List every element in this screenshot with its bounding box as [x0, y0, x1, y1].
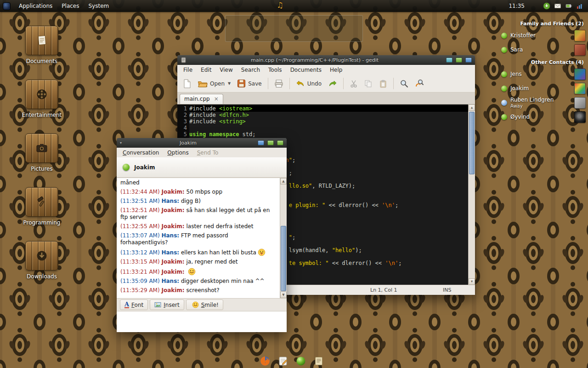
smile-label: Smile!	[201, 302, 219, 308]
desktop-icon-pictures[interactable]: Pictures	[17, 133, 66, 172]
find-button[interactable]	[397, 77, 411, 90]
open-dropdown-arrow-icon[interactable]: ▼	[228, 81, 231, 86]
desktop-icon-documents[interactable]: Documents	[17, 26, 66, 64]
paste-icon	[379, 80, 387, 88]
buddy-kristoffer[interactable]: Kristoffer	[496, 29, 586, 43]
entertainment-folder-icon	[25, 80, 58, 109]
desktop-icon-entertainment[interactable]: Entertainment	[17, 80, 66, 118]
dock	[260, 356, 324, 366]
text-editor-icon[interactable]	[278, 356, 288, 366]
gedit-menu-edit[interactable]: Edit	[197, 66, 215, 74]
chat-titlebar[interactable]: ▾ Joakim	[117, 138, 287, 148]
chat-window-menu-icon[interactable]: ▾	[120, 141, 122, 145]
scroll-down-arrow-icon[interactable]: ▼	[280, 292, 287, 298]
toolbar-separator	[393, 78, 394, 89]
maximize-button[interactable]	[267, 140, 274, 145]
gedit-menu-file[interactable]: File	[179, 66, 197, 74]
gedit-menu-documents[interactable]: Documents	[286, 66, 326, 74]
chat-menu-options[interactable]: Options	[163, 149, 192, 157]
buddy-list: Family and Friends (2)KristofferSaraOthe…	[496, 18, 586, 124]
buddy-joakim[interactable]: Joakim	[496, 81, 586, 96]
insert-button[interactable]: Insert	[150, 299, 184, 310]
buddy-avatar	[574, 30, 586, 41]
music-note-icon[interactable]: ♫	[277, 0, 283, 10]
print-icon	[274, 79, 283, 88]
redo-button[interactable]	[325, 78, 340, 90]
code-line: #include <dlfcn.h>	[189, 112, 468, 118]
buddy-ruben-lindgren[interactable]: Ruben LindgrenAway	[496, 96, 586, 110]
software-update-icon[interactable]	[543, 2, 550, 10]
redo-icon	[328, 80, 337, 88]
buddy-group-header[interactable]: Other Contacts (4)	[496, 57, 586, 67]
file-manager-icon[interactable]	[314, 356, 324, 366]
find-replace-button[interactable]	[412, 77, 426, 90]
panel-clock[interactable]: 11:35	[509, 3, 525, 9]
firefox-icon[interactable]	[260, 356, 270, 366]
gedit-menu-help[interactable]: Help	[326, 66, 346, 74]
undo-label: Undo	[307, 80, 322, 87]
copy-button[interactable]	[362, 78, 375, 90]
chat-input-area[interactable]	[117, 311, 287, 332]
scroll-up-arrow-icon[interactable]: ▲	[469, 104, 475, 111]
gedit-titlebar[interactable]: main.cpp (~/Programming/C++/PluginTest) …	[177, 55, 475, 65]
open-button[interactable]: Open ▼	[195, 78, 233, 90]
minimize-button[interactable]	[258, 140, 264, 145]
paste-button[interactable]	[376, 78, 390, 90]
gedit-scrollbar[interactable]: ▲ ▼	[468, 104, 475, 285]
message-sender: Hans:	[161, 278, 179, 284]
chat-menu-conversation[interactable]: Conversation	[119, 149, 163, 157]
gedit-menu-search[interactable]: Search	[237, 66, 264, 74]
network-icon[interactable]	[576, 2, 583, 10]
chat-scrollbar[interactable]: ▲ ▼	[280, 178, 287, 298]
smile-button[interactable]: Smile!	[186, 299, 223, 310]
gedit-menu-view[interactable]: View	[215, 66, 237, 74]
chat-menu-send-to[interactable]: Send To	[193, 149, 223, 157]
font-button[interactable]: A Font	[120, 299, 148, 310]
buddy-name: Sara	[510, 47, 571, 53]
status-available-icon	[501, 71, 507, 77]
new-document-button[interactable]	[180, 77, 194, 90]
tab-main-cpp[interactable]: main.cpp ×	[180, 94, 223, 104]
save-label: Save	[248, 80, 261, 87]
scrollbar-thumb[interactable]	[469, 112, 475, 174]
buddy-sara[interactable]: Sara	[496, 43, 586, 57]
undo-button[interactable]: Undo	[293, 78, 324, 90]
battery-icon[interactable]	[565, 2, 572, 10]
message-sender: Hans:	[161, 232, 179, 239]
buddy-avatar	[574, 111, 586, 123]
close-button[interactable]	[465, 58, 472, 63]
tab-close-icon[interactable]: ×	[214, 96, 219, 102]
message-sender: Joakim:	[161, 259, 184, 265]
message-sender: Hans:	[161, 249, 179, 256]
insert-mode[interactable]: INS	[443, 287, 451, 293]
fading-popup	[225, 15, 363, 42]
menu-system[interactable]: System	[84, 0, 113, 12]
save-button[interactable]: Save	[234, 77, 264, 90]
desktop-orb-icon[interactable]	[296, 356, 306, 366]
buddy-jens[interactable]: Jens	[496, 67, 586, 81]
scroll-up-arrow-icon[interactable]: ▲	[280, 178, 287, 184]
close-button[interactable]	[277, 140, 283, 145]
message-sender: Hans:	[161, 198, 179, 204]
mail-icon[interactable]	[554, 2, 561, 10]
status-away-icon	[501, 100, 507, 106]
message-sender: Joakim:	[161, 189, 184, 195]
print-button[interactable]	[271, 77, 286, 90]
gedit-tabbar: main.cpp ×	[177, 92, 475, 104]
buddy-group-header[interactable]: Family and Friends (2)	[496, 18, 586, 29]
maximize-button[interactable]	[456, 58, 462, 63]
minimize-button[interactable]	[446, 58, 452, 63]
buddy--yvind[interactable]: Øyvind	[496, 110, 586, 124]
distro-logo-icon[interactable]	[3, 2, 11, 10]
scrollbar-thumb[interactable]	[281, 226, 286, 291]
scroll-down-arrow-icon[interactable]: ▼	[469, 278, 475, 285]
desktop-icon-downloads[interactable]: Downloads	[17, 241, 66, 280]
cut-button[interactable]	[347, 78, 361, 90]
menu-places[interactable]: Places	[57, 0, 84, 12]
message-text: digg B)	[181, 198, 201, 204]
menu-applications[interactable]: Applications	[14, 0, 57, 12]
buddy-banner-name: Joakim	[134, 164, 155, 171]
toolbar-separator	[343, 78, 344, 89]
desktop-icon-programming[interactable]: Programming	[17, 187, 66, 226]
gedit-menu-tools[interactable]: Tools	[264, 66, 286, 74]
